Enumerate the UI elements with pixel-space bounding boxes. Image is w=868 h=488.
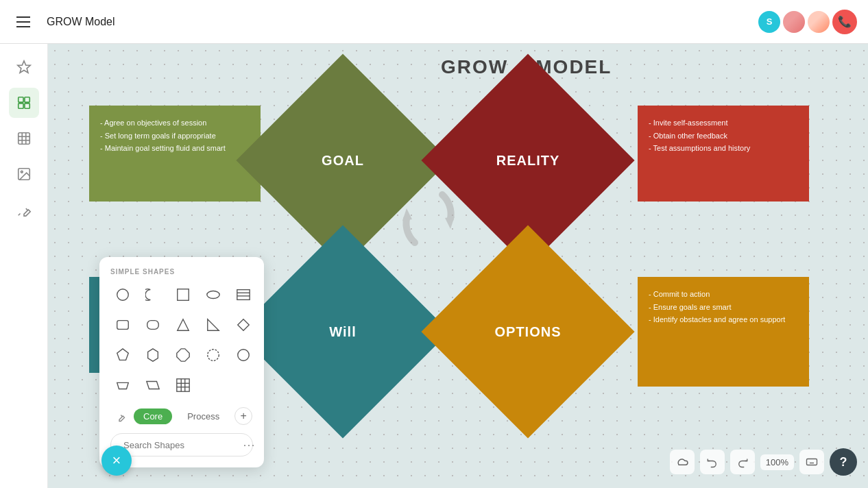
zoom-level: 100% xyxy=(760,454,794,470)
cloud-icon xyxy=(675,455,689,469)
svg-marker-31 xyxy=(147,382,159,389)
info-reality-line1: - Invite self-assessment xyxy=(649,117,798,130)
search-input[interactable] xyxy=(123,440,239,450)
svg-point-11 xyxy=(21,171,23,173)
info-goal-line2: - Set long term goals if appropriate xyxy=(100,130,250,143)
shape-hexagon[interactable] xyxy=(141,343,165,367)
info-box-options: - Commit to action - Ensure goals are sm… xyxy=(638,277,809,387)
svg-rect-21 xyxy=(147,321,159,330)
keyboard-button[interactable] xyxy=(799,450,824,474)
shape-rounded-rect2[interactable] xyxy=(141,313,165,337)
info-goal-line1: - Agree on objectives of session xyxy=(100,117,250,130)
avatar-s[interactable]: S xyxy=(758,11,780,33)
shape-trapezoid[interactable] xyxy=(110,373,135,398)
undo-button[interactable] xyxy=(700,450,725,474)
bottom-toolbar: 100% ? xyxy=(670,448,857,476)
canvas-area[interactable]: GROW MODEL - Agree on objectives of sess… xyxy=(48,44,868,488)
sidebar-shapes-icon[interactable] xyxy=(9,88,39,118)
sidebar-image-icon[interactable] xyxy=(9,159,39,189)
info-goal-line3: - Maintain goal setting fluid and smart xyxy=(100,142,250,155)
sidebar-star-icon[interactable] xyxy=(9,52,39,82)
svg-rect-39 xyxy=(807,459,817,465)
svg-rect-20 xyxy=(117,321,129,330)
svg-rect-5 xyxy=(18,133,29,145)
svg-point-28 xyxy=(208,350,219,361)
svg-rect-32 xyxy=(177,379,189,391)
info-box-reality: - Invite self-assessment - Obtain other … xyxy=(638,106,809,202)
sidebar-grid-icon[interactable] xyxy=(9,123,39,154)
redo-icon xyxy=(736,456,749,468)
left-sidebar xyxy=(0,44,48,488)
title-grow: GROW xyxy=(441,56,508,78)
svg-marker-25 xyxy=(117,349,129,360)
shape-grid[interactable] xyxy=(171,373,195,398)
redo-button[interactable] xyxy=(730,450,755,474)
shape-right-triangle[interactable] xyxy=(201,313,226,337)
diamond-options[interactable]: OPTIONS xyxy=(453,256,603,407)
tab-add-button[interactable]: + xyxy=(234,407,252,425)
search-more-icon[interactable]: ⋯ xyxy=(243,437,255,452)
cloud-save-button[interactable] xyxy=(670,450,695,474)
shape-12gon[interactable] xyxy=(201,343,226,367)
diamond-will[interactable]: Will xyxy=(267,256,418,407)
avatar-2[interactable] xyxy=(808,11,830,33)
svg-point-29 xyxy=(238,350,250,361)
shapes-panel-title: SIMPLE SHAPES xyxy=(110,268,253,276)
info-box-goal: - Agree on objectives of session - Set l… xyxy=(89,106,261,202)
fab-close-button[interactable]: × xyxy=(101,446,132,476)
svg-marker-0 xyxy=(17,61,29,73)
collaborators: S 📞 xyxy=(758,10,857,34)
svg-marker-27 xyxy=(177,349,189,361)
tab-process[interactable]: Process xyxy=(178,408,229,424)
shapes-search-bar[interactable]: ⋯ xyxy=(110,433,253,456)
panel-tabs: Core Process + xyxy=(110,407,253,425)
svg-point-14 xyxy=(117,289,129,301)
shape-rounded-rect[interactable] xyxy=(110,313,135,337)
keyboard-icon xyxy=(806,456,818,468)
undo-icon xyxy=(706,456,719,468)
menu-button[interactable] xyxy=(11,10,36,34)
shape-parallelogram[interactable] xyxy=(141,373,165,398)
document-title: GROW Model xyxy=(47,16,115,28)
svg-marker-30 xyxy=(117,382,129,389)
phone-icon: 📞 xyxy=(838,15,852,28)
shape-square[interactable] xyxy=(171,282,195,307)
shape-lines[interactable] xyxy=(231,282,256,307)
shapes-panel: SIMPLE SHAPES xyxy=(99,257,264,467)
shapes-grid xyxy=(110,282,253,398)
shape-octagon[interactable] xyxy=(171,343,195,367)
shape-circle[interactable] xyxy=(110,282,135,307)
shape-pentagon[interactable] xyxy=(110,343,135,367)
diamond-reality[interactable]: REALITY xyxy=(453,85,603,236)
info-options-line3: - Identify obstacles and agree on suppor… xyxy=(649,313,798,326)
svg-rect-4 xyxy=(24,103,29,108)
call-button[interactable]: 📞 xyxy=(832,10,857,34)
svg-point-16 xyxy=(207,291,219,299)
svg-rect-1 xyxy=(18,97,23,102)
header: GROW Model S 📞 xyxy=(0,0,868,44)
main-area: GROW MODEL - Agree on objectives of sess… xyxy=(0,44,868,488)
info-options-line1: - Commit to action xyxy=(649,288,798,301)
shape-diamond[interactable] xyxy=(231,313,256,337)
svg-marker-26 xyxy=(148,349,158,361)
info-options-line2: - Ensure goals are smart xyxy=(649,301,798,314)
svg-rect-3 xyxy=(18,103,23,108)
sidebar-draw-icon[interactable] xyxy=(9,195,39,225)
help-button[interactable]: ? xyxy=(830,448,857,476)
cycle-arrow-svg xyxy=(394,181,463,256)
shape-triangle[interactable] xyxy=(171,313,195,337)
svg-marker-22 xyxy=(178,319,189,331)
info-reality-line3: - Test assumptions and history xyxy=(649,142,798,155)
avatar-1[interactable] xyxy=(783,11,805,33)
shape-arc[interactable] xyxy=(141,282,165,307)
svg-rect-17 xyxy=(237,290,250,300)
svg-rect-15 xyxy=(178,289,189,301)
svg-marker-13 xyxy=(402,208,412,221)
shape-circle-outline[interactable] xyxy=(231,343,256,367)
svg-marker-23 xyxy=(208,319,219,331)
svg-rect-2 xyxy=(24,97,29,102)
svg-marker-24 xyxy=(238,319,250,331)
tab-pen-icon[interactable] xyxy=(110,407,128,425)
tab-core[interactable]: Core xyxy=(134,408,172,424)
shape-ellipse[interactable] xyxy=(201,282,226,307)
